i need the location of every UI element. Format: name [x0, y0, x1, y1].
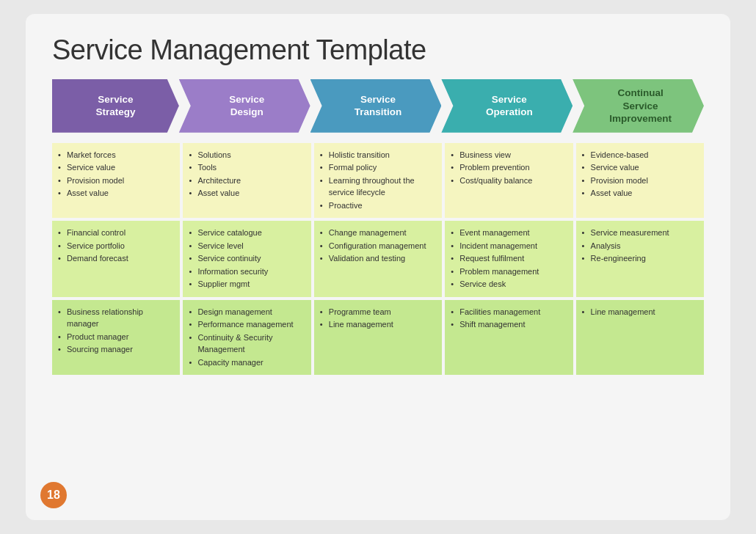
- list-item: Event management: [451, 227, 567, 239]
- list-item: Business relationship manager: [58, 306, 174, 330]
- list-item: Provision model: [582, 175, 698, 187]
- cell-r3-c2: Design management Performance management…: [183, 300, 310, 376]
- list-item: Tools: [189, 161, 305, 174]
- cell-r1-c5: Evidence-based Service value Provision m…: [576, 143, 704, 219]
- list-item: Demand forecast: [58, 252, 174, 265]
- list-item: Problem management: [451, 266, 567, 278]
- list-item: Line management: [320, 318, 436, 331]
- list-item: Holistic transition: [320, 149, 436, 161]
- page-title: Service Management Template: [52, 34, 704, 66]
- cell-r3-c1: Business relationship manager Product ma…: [52, 300, 180, 376]
- list-item: Capacity manager: [189, 356, 305, 369]
- list-item: Sourcing manager: [58, 343, 174, 356]
- list-item: Service continuity: [189, 252, 305, 265]
- list-item: Re-engineering: [582, 252, 698, 265]
- list-item: Service value: [582, 161, 698, 174]
- arrow-csi: ContinualServiceImprovement: [573, 79, 704, 133]
- cell-r1-c4: Business view Problem prevention Cost/qu…: [445, 143, 573, 219]
- list-item: Cost/quality balance: [451, 175, 567, 187]
- cell-r1-c2: Solutions Tools Architecture Asset value: [183, 143, 310, 219]
- list-item: Validation and testing: [320, 252, 436, 265]
- list-item: Analysis: [582, 240, 698, 252]
- list-item: Service value: [58, 161, 174, 174]
- list-item: Product manager: [58, 331, 174, 343]
- arrow-transition: ServiceTransition: [310, 79, 442, 133]
- cell-r2-c3: Change management Configuration manageme…: [314, 221, 442, 297]
- list-item: Formal policy: [320, 161, 436, 174]
- cell-r2-c1: Financial control Service portfolio Dema…: [52, 221, 180, 297]
- list-item: Learning throughout the service lifecycl…: [320, 175, 436, 199]
- list-item: Programme team: [320, 306, 436, 318]
- cell-r3-c3: Programme team Line management: [314, 300, 442, 376]
- list-item: Provision model: [58, 175, 174, 187]
- list-item: Shift management: [451, 318, 567, 331]
- list-item: Market forces: [58, 149, 174, 161]
- list-item: Service level: [189, 240, 305, 252]
- list-item: Service portfolio: [58, 240, 174, 252]
- list-item: Change management: [320, 227, 436, 239]
- list-item: Service desk: [451, 278, 567, 290]
- arrow-strategy: ServiceStrategy: [52, 79, 179, 133]
- list-item: Architecture: [189, 175, 305, 187]
- list-item: Business view: [451, 149, 567, 161]
- cell-r2-c2: Service catalogue Service level Service …: [183, 221, 310, 297]
- list-item: Asset value: [58, 187, 174, 200]
- list-item: Incident management: [451, 240, 567, 252]
- list-item: Asset value: [582, 187, 698, 200]
- arrow-operation: ServiceOperation: [441, 79, 573, 133]
- list-item: Asset value: [189, 187, 305, 200]
- list-item: Problem prevention: [451, 161, 567, 174]
- list-item: Solutions: [189, 149, 305, 161]
- list-item: Information security: [189, 266, 305, 278]
- list-item: Facilities management: [451, 306, 567, 318]
- list-item: Line management: [582, 306, 698, 318]
- list-item: Financial control: [58, 227, 174, 239]
- list-item: Service measurement: [582, 227, 698, 239]
- arrow-design: ServiceDesign: [179, 79, 310, 133]
- list-item: Design management: [189, 306, 305, 318]
- page-number: 18: [40, 482, 67, 508]
- list-item: Request fulfilment: [451, 252, 567, 265]
- list-item: Performance management: [189, 318, 305, 331]
- cell-r1-c1: Market forces Service value Provision mo…: [52, 143, 180, 219]
- list-item: Service catalogue: [189, 227, 305, 239]
- cell-r1-c3: Holistic transition Formal policy Learni…: [314, 143, 442, 219]
- cell-r3-c5: Line management: [576, 300, 704, 376]
- list-item: Evidence-based: [582, 149, 698, 161]
- cell-r2-c5: Service measurement Analysis Re-engineer…: [576, 221, 704, 297]
- list-item: Continuity & Security Management: [189, 332, 305, 356]
- content-grid: Market forces Service value Provision mo…: [52, 143, 704, 376]
- list-item: Supplier mgmt: [189, 278, 305, 290]
- list-item: Proactive: [320, 200, 436, 212]
- cell-r2-c4: Event management Incident management Req…: [445, 221, 573, 297]
- list-item: Configuration management: [320, 240, 436, 252]
- cell-r3-c4: Facilities management Shift management: [445, 300, 573, 376]
- arrows-row: ServiceStrategy ServiceDesign ServiceTra…: [52, 79, 704, 133]
- slide: Service Management Template ServiceStrat…: [26, 14, 730, 520]
